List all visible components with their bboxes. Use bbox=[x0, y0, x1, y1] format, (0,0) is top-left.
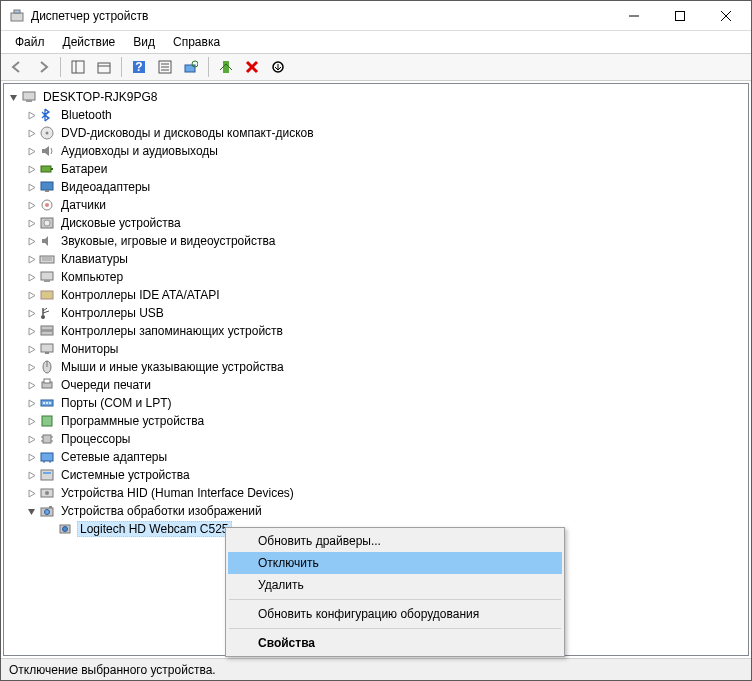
expander-icon[interactable] bbox=[24, 180, 39, 195]
tree-category[interactable]: Процессоры bbox=[6, 430, 746, 448]
category-label: Очереди печати bbox=[59, 378, 153, 392]
help-button[interactable]: ? bbox=[127, 55, 151, 79]
tree-category[interactable]: Мониторы bbox=[6, 340, 746, 358]
tree-category[interactable]: Контроллеры IDE ATA/ATAPI bbox=[6, 286, 746, 304]
svg-rect-44 bbox=[41, 344, 53, 352]
menu-action[interactable]: Действие bbox=[55, 33, 124, 51]
svg-rect-42 bbox=[41, 326, 53, 330]
expander-icon[interactable] bbox=[24, 432, 39, 447]
tree-category[interactable]: Батареи bbox=[6, 160, 746, 178]
tree-root[interactable]: DESKTOP-RJK9PG8 bbox=[6, 88, 746, 106]
expander-icon[interactable] bbox=[24, 234, 39, 249]
enable-button[interactable] bbox=[214, 55, 238, 79]
expander-icon[interactable] bbox=[24, 288, 39, 303]
usb-icon bbox=[39, 305, 55, 321]
tree-category[interactable]: Системные устройства bbox=[6, 466, 746, 484]
dvd-icon bbox=[39, 125, 55, 141]
svg-point-40 bbox=[41, 315, 45, 319]
uninstall-button[interactable] bbox=[240, 55, 264, 79]
tree-category[interactable]: Датчики bbox=[6, 196, 746, 214]
expander-icon[interactable] bbox=[24, 126, 39, 141]
expander-icon[interactable] bbox=[24, 144, 39, 159]
tree-category[interactable]: Контроллеры USB bbox=[6, 304, 746, 322]
tree-category[interactable]: Видеоадаптеры bbox=[6, 178, 746, 196]
tree-category[interactable]: Bluetooth bbox=[6, 106, 746, 124]
context-item[interactable]: Обновить конфигурацию оборудования bbox=[228, 603, 562, 625]
tree-category[interactable]: Контроллеры запоминающих устройств bbox=[6, 322, 746, 340]
tree-category[interactable]: Клавиатуры bbox=[6, 250, 746, 268]
expander-icon[interactable] bbox=[24, 108, 39, 123]
expander-icon[interactable] bbox=[24, 396, 39, 411]
cpu-icon bbox=[39, 431, 55, 447]
expander-icon[interactable] bbox=[24, 324, 39, 339]
close-button[interactable] bbox=[703, 1, 749, 31]
tree-category[interactable]: Порты (COM и LPT) bbox=[6, 394, 746, 412]
back-button[interactable] bbox=[5, 55, 29, 79]
window-title: Диспетчер устройств bbox=[31, 9, 611, 23]
hid-icon bbox=[39, 485, 55, 501]
expander-icon[interactable] bbox=[24, 360, 39, 375]
scan-button[interactable] bbox=[179, 55, 203, 79]
svg-rect-22 bbox=[23, 92, 35, 100]
tree-category[interactable]: Компьютер bbox=[6, 268, 746, 286]
tree-category[interactable]: DVD-дисководы и дисководы компакт-дисков bbox=[6, 124, 746, 142]
tree-category[interactable]: Звуковые, игровые и видеоустройства bbox=[6, 232, 746, 250]
tree-category[interactable]: Сетевые адаптеры bbox=[6, 448, 746, 466]
tree-category[interactable]: Устройства обработки изображений bbox=[6, 502, 746, 520]
svg-rect-29 bbox=[45, 190, 49, 192]
context-item[interactable]: Отключить bbox=[228, 552, 562, 574]
maximize-button[interactable] bbox=[657, 1, 703, 31]
context-item[interactable]: Обновить драйверы... bbox=[228, 530, 562, 552]
svg-point-66 bbox=[45, 491, 49, 495]
properties-button[interactable] bbox=[92, 55, 116, 79]
root-label: DESKTOP-RJK9PG8 bbox=[41, 90, 159, 104]
context-item[interactable]: Удалить bbox=[228, 574, 562, 596]
disable-button[interactable] bbox=[266, 55, 290, 79]
category-label: Контроллеры запоминающих устройств bbox=[59, 324, 285, 338]
expander-icon[interactable] bbox=[24, 252, 39, 267]
category-label: Контроллеры USB bbox=[59, 306, 166, 320]
statusbar: Отключение выбранного устройства. bbox=[1, 658, 751, 680]
svg-point-25 bbox=[46, 132, 49, 135]
tree-category[interactable]: Мыши и иные указывающие устройства bbox=[6, 358, 746, 376]
category-label: Программные устройства bbox=[59, 414, 206, 428]
menu-file[interactable]: Файл bbox=[7, 33, 53, 51]
pc-icon bbox=[39, 269, 55, 285]
forward-button[interactable] bbox=[31, 55, 55, 79]
tree-category[interactable]: Устройства HID (Human Interface Devices) bbox=[6, 484, 746, 502]
tree-category[interactable]: Дисковые устройства bbox=[6, 214, 746, 232]
svg-rect-28 bbox=[41, 182, 53, 190]
expander-icon[interactable] bbox=[24, 342, 39, 357]
expander-icon[interactable] bbox=[24, 486, 39, 501]
svg-point-52 bbox=[46, 402, 48, 404]
expander-icon[interactable] bbox=[24, 306, 39, 321]
expander-icon[interactable] bbox=[24, 378, 39, 393]
tree-category[interactable]: Аудиовходы и аудиовыходы bbox=[6, 142, 746, 160]
svg-rect-55 bbox=[43, 435, 51, 443]
expander-icon[interactable] bbox=[24, 162, 39, 177]
expander-icon[interactable] bbox=[24, 468, 39, 483]
expander-icon[interactable] bbox=[24, 450, 39, 465]
svg-point-71 bbox=[63, 527, 68, 532]
tree-category[interactable]: Программные устройства bbox=[6, 412, 746, 430]
expander-icon[interactable] bbox=[24, 414, 39, 429]
minimize-button[interactable] bbox=[611, 1, 657, 31]
expander-icon[interactable] bbox=[24, 504, 39, 519]
device-label: Logitech HD Webcam C525 bbox=[77, 521, 232, 537]
print-icon bbox=[39, 377, 55, 393]
expander-icon[interactable] bbox=[24, 270, 39, 285]
details-button[interactable] bbox=[153, 55, 177, 79]
expander-icon[interactable] bbox=[6, 90, 21, 105]
show-hide-tree-button[interactable] bbox=[66, 55, 90, 79]
svg-rect-23 bbox=[26, 100, 32, 102]
svg-rect-27 bbox=[51, 168, 53, 170]
expander-icon[interactable] bbox=[24, 198, 39, 213]
tree-category[interactable]: Очереди печати bbox=[6, 376, 746, 394]
menu-view[interactable]: Вид bbox=[125, 33, 163, 51]
expander-icon[interactable] bbox=[24, 216, 39, 231]
category-label: Порты (COM и LPT) bbox=[59, 396, 174, 410]
menu-help[interactable]: Справка bbox=[165, 33, 228, 51]
category-label: Звуковые, игровые и видеоустройства bbox=[59, 234, 277, 248]
sound-icon bbox=[39, 233, 55, 249]
context-item[interactable]: Свойства bbox=[228, 632, 562, 654]
